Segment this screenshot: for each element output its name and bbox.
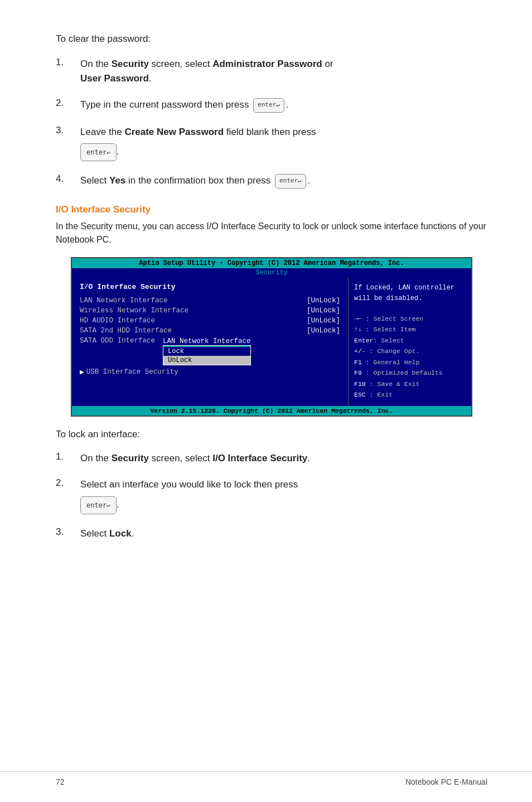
bios-lan-value: [UnLock] (307, 297, 340, 305)
bios-key-selectscreen: →← : Select Screen (354, 313, 466, 325)
bios-row-audio: HD AUDIO Interface [UnLock] (80, 317, 340, 325)
step-3: 3. Leave the Create New Password field b… (56, 125, 487, 162)
bios-row-lan: LAN Network Interface [UnLock] (80, 297, 340, 305)
footer-title: Notebook PC E-Manual (405, 777, 487, 786)
bios-key-f1: F1 : General Help (354, 357, 466, 368)
step-1-bold2: Administrator Password (212, 59, 322, 69)
bios-topbar: Aptio Setup Utility - Copyright (C) 2012… (72, 258, 471, 268)
enter-key-block-2: enter ↵ (80, 496, 117, 514)
bios-popup-lock[interactable]: Lock (163, 347, 250, 356)
bios-tab: Security (255, 269, 288, 277)
clear-password-steps: 1. On the Security screen, select Admini… (56, 57, 487, 189)
enter-arrow-3: ↵ (298, 176, 302, 186)
step-1-num: 1. (56, 57, 80, 68)
step-4-bold: Yes (109, 175, 125, 186)
lock-step-3: 3. Select Lock. (56, 526, 487, 541)
bios-keys-area: →← : Select Screen ↑↓ : Select Item Ente… (354, 313, 466, 400)
bios-audio-label: HD AUDIO Interface (80, 317, 155, 325)
step-4-content: Select Yes in the confirmation box then … (80, 173, 487, 189)
bios-popup-unlock[interactable]: UnLock (163, 356, 250, 365)
bios-usb-arrow: ▶ (80, 368, 84, 376)
bios-row-wireless: Wireless Network Interface [UnLock] (80, 307, 340, 315)
bios-key-f9: F9 : Optimized Defaults (354, 368, 466, 379)
enter-key-inline-1: enter ↵ (253, 98, 284, 113)
bios-keys: →← : Select Screen ↑↓ : Select Item Ente… (354, 313, 466, 400)
lock-step-3-content: Select Lock. (80, 526, 487, 541)
lock-step-1: 1. On the Security screen, select I/O In… (56, 451, 487, 466)
step-3-content: Leave the Create New Password field blan… (80, 125, 487, 162)
enter-arrow-4: ↵ (107, 501, 110, 510)
bios-left-panel: I/O Interface Security LAN Network Inter… (72, 277, 349, 406)
io-security-heading: I/O Interface Security (56, 204, 487, 215)
bios-key-enter: Enter: Select (354, 335, 466, 346)
step-1: 1. On the Security screen, select Admini… (56, 57, 487, 85)
enter-arrow-2: ↵ (107, 148, 110, 157)
bios-help-text: If Locked, LAN controller will be disabl… (354, 283, 466, 304)
intro-text: To clear the password: (56, 33, 487, 45)
lock-step-2-num: 2. (56, 477, 80, 489)
step-1-content: On the Security screen, select Administr… (80, 57, 487, 85)
lock-step-1-bold2: I/O Interface Security (212, 453, 307, 463)
step-3-bold: Create New Password (124, 127, 224, 137)
bios-key-f10: F10 : Save & Exit (354, 379, 466, 390)
bios-row-odd: SATA ODD Interface LAN Network Interface… (80, 337, 340, 365)
step-2-content: Type in the current password then press … (80, 98, 487, 113)
step-4-num: 4. (56, 173, 80, 185)
lock-step-3-bold: Lock (109, 528, 132, 539)
bios-usb-label: USB Interface Security (86, 368, 178, 376)
bios-key-esc: ESC : Exit (354, 389, 466, 400)
bios-row-usb: ▶ USB Interface Security (80, 368, 340, 376)
bios-sata2-label: SATA 2nd HDD Interface (80, 327, 172, 335)
step-4: 4. Select Yes in the confirmation box th… (56, 173, 487, 189)
bios-wireless-value: [UnLock] (307, 307, 340, 315)
lock-step-2: 2. Select an interface you would like to… (56, 477, 487, 514)
bios-key-plusminus: +/- : Change Opt. (354, 346, 466, 357)
page-footer: 72 Notebook PC E-Manual (0, 771, 532, 786)
lock-step-1-content: On the Security screen, select I/O Inter… (80, 451, 487, 466)
bios-sata2-value: [UnLock] (307, 327, 340, 335)
bios-right-panel: If Locked, LAN controller will be disabl… (349, 277, 471, 406)
io-security-text: In the Security menu, you can access I/O… (56, 220, 487, 248)
bios-row-sata2: SATA 2nd HDD Interface [UnLock] (80, 327, 340, 335)
step-3-num: 3. (56, 125, 80, 136)
bios-lan-label: LAN Network Interface (80, 297, 168, 305)
step-2-num: 2. (56, 98, 80, 109)
enter-arrow-1: ↵ (276, 100, 280, 110)
bios-popup: Lock UnLock (163, 345, 251, 365)
bios-screen: Aptio Setup Utility - Copyright (C) 2012… (71, 257, 472, 417)
step-1-bold3: User Password (80, 73, 149, 84)
lock-steps: 1. On the Security screen, select I/O In… (56, 451, 487, 541)
step-2: 2. Type in the current password then pre… (56, 98, 487, 113)
bios-key-selectitem: ↑↓ : Select Item (354, 324, 466, 335)
footer-page-num: 72 (56, 777, 65, 786)
bios-odd-popup-area: LAN Network Interface Lock UnLock (163, 337, 251, 365)
bios-odd-label: SATA ODD Interface (80, 337, 155, 345)
to-lock-intro: To lock an interface: (56, 429, 487, 440)
step-1-bold1: Security (112, 59, 149, 69)
bios-section-title: I/O Interface Security (80, 283, 340, 291)
bios-body: I/O Interface Security LAN Network Inter… (72, 277, 471, 406)
bios-odd-popup-title: LAN Network Interface (163, 337, 251, 345)
lock-step-2-content: Select an interface you would like to lo… (80, 477, 487, 514)
enter-key-block-1: enter ↵ (80, 143, 117, 161)
bios-audio-value: [UnLock] (307, 317, 340, 325)
lock-step-3-num: 3. (56, 526, 80, 538)
enter-key-inline-2: enter ↵ (275, 174, 306, 189)
bios-wireless-label: Wireless Network Interface (80, 307, 188, 315)
enter-block-wrap-2: enter ↵. (80, 496, 487, 514)
enter-block-wrap-1: enter ↵. (80, 143, 487, 161)
lock-step-1-num: 1. (56, 451, 80, 462)
lock-step-1-bold1: Security (112, 453, 149, 463)
bios-bottombar: Version 2.15.1226. Copyright (C) 2012 Am… (72, 406, 471, 416)
